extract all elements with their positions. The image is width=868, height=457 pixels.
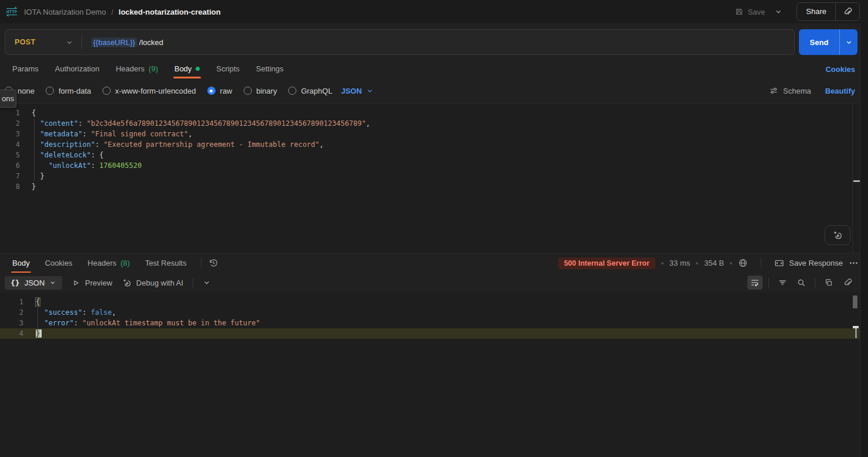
response-header: BodyCookiesHeaders(8)Test Results 500 In… xyxy=(0,253,868,273)
resp-tab-test-results[interactable]: Test Results xyxy=(138,253,194,273)
save-response-button[interactable]: Save Response xyxy=(774,258,843,268)
radio-icon xyxy=(46,87,54,95)
ai-sparkle-icon xyxy=(832,230,843,240)
tab-label: Body xyxy=(12,259,30,267)
save-options-chevron[interactable] xyxy=(771,5,786,18)
chevron-down-icon xyxy=(366,87,374,95)
response-scrollbar-thumb[interactable] xyxy=(853,295,857,308)
play-icon xyxy=(71,279,80,287)
send-button[interactable]: Send xyxy=(799,29,840,55)
resp-tab-headers[interactable]: Headers(8) xyxy=(80,253,138,273)
tab-settings[interactable]: Settings xyxy=(248,59,291,78)
more-actions-icon[interactable] xyxy=(849,258,859,268)
history-icon[interactable] xyxy=(209,258,218,268)
divider xyxy=(201,259,201,268)
code-line[interactable]: 2 "success": false, xyxy=(0,307,860,318)
body-type-raw[interactable]: raw xyxy=(207,87,233,95)
line-number: 4 xyxy=(0,139,20,150)
http-request-icon: HTTP xyxy=(5,6,19,18)
braces-icon: {} xyxy=(11,279,20,287)
sliders-icon xyxy=(769,86,778,95)
postbot-button[interactable] xyxy=(825,225,850,245)
visualize-options-chevron[interactable] xyxy=(203,279,211,287)
divider xyxy=(761,259,761,268)
response-meta: 500 Internal Server Error 33 ms 354 B Sa… xyxy=(558,257,868,269)
url-input[interactable]: {{baseURL}} /locked xyxy=(82,37,794,47)
code-line[interactable]: 3 "error": "unlockAt timestamp must be i… xyxy=(0,318,860,328)
debug-with-ai-button[interactable]: Debug with AI xyxy=(122,278,183,288)
tab-authorization[interactable]: Authorization xyxy=(47,59,107,78)
body-type-binary[interactable]: binary xyxy=(244,87,277,95)
tab-label: Cookies xyxy=(45,259,73,267)
code-line[interactable]: 6 "unlockAt": 1760405520 xyxy=(0,160,868,171)
resp-tab-body[interactable]: Body xyxy=(5,253,37,273)
body-type-x-www-form-urlencoded[interactable]: x-www-form-urlencoded xyxy=(102,87,196,95)
network-info-icon[interactable] xyxy=(738,258,748,268)
resp-tab-cookies[interactable]: Cookies xyxy=(37,253,80,273)
line-number: 3 xyxy=(0,318,23,328)
response-body-editor[interactable]: 1{2 "success": false,3 "error": "unlockA… xyxy=(0,293,860,457)
response-time[interactable]: 33 ms xyxy=(669,259,690,267)
code-line[interactable]: 2 "content": "b2c3d4e5f6a789012345678901… xyxy=(0,118,868,129)
tab-body[interactable]: Body xyxy=(167,59,208,78)
cookies-link[interactable]: Cookies xyxy=(825,65,855,74)
top-bar: HTTP IOTA Notarization Demo / locked-not… xyxy=(0,0,868,23)
tab-scripts[interactable]: Scripts xyxy=(209,59,247,78)
code-line[interactable]: 8} xyxy=(0,181,868,192)
request-body-editor[interactable]: 1{2 "content": "b2c3d4e5f6a7890123456789… xyxy=(0,103,868,253)
tab-count: (9) xyxy=(149,64,158,73)
code-line[interactable]: 5 "deleteLock": { xyxy=(0,150,868,160)
radio-label: form-data xyxy=(59,87,91,95)
status-badge[interactable]: 500 Internal Server Error xyxy=(558,257,655,269)
chevron-down-icon xyxy=(66,39,73,46)
tab-label: Headers xyxy=(116,64,145,73)
window-scrollbar-gutter[interactable] xyxy=(860,23,868,457)
radio-icon xyxy=(102,87,111,95)
line-number: 4 xyxy=(0,328,23,339)
copy-link-button[interactable] xyxy=(836,3,859,20)
schema-button[interactable]: Schema xyxy=(769,86,811,95)
line-number: 5 xyxy=(0,150,20,160)
body-row-actions: Schema Beautify xyxy=(769,86,863,95)
code-line[interactable]: 1{ xyxy=(0,297,860,307)
code-line[interactable]: 4 "description": "Executed partnership a… xyxy=(0,139,868,150)
tab-params[interactable]: Params xyxy=(5,59,46,78)
breadcrumb-request-name[interactable]: locked-notarization-creation xyxy=(119,8,221,16)
body-type-graphql[interactable]: GraphQL xyxy=(288,87,332,95)
save-button[interactable]: Save xyxy=(731,5,769,19)
body-language-selector[interactable]: JSON xyxy=(341,87,373,95)
filter-button[interactable] xyxy=(775,276,790,290)
url-variable-chip[interactable]: {{baseURL}} xyxy=(91,37,137,47)
radio-label: raw xyxy=(220,87,233,95)
radio-label: none xyxy=(18,87,35,95)
tab-headers[interactable]: Headers(9) xyxy=(108,59,166,78)
preview-button[interactable]: Preview xyxy=(71,279,112,287)
response-link-button[interactable] xyxy=(840,276,855,290)
share-button[interactable]: Share xyxy=(797,4,835,20)
method-selector[interactable]: POST xyxy=(5,38,81,46)
chevron-down-icon xyxy=(49,279,56,286)
url-path: /locked xyxy=(139,38,163,47)
body-type-form-data[interactable]: form-data xyxy=(46,87,91,95)
radio-icon xyxy=(288,87,296,95)
code-line[interactable]: 4} xyxy=(0,328,860,339)
code-line[interactable]: 3 "metadata": "Final signed contract", xyxy=(0,129,868,139)
response-format-dropdown[interactable]: {} JSON xyxy=(5,276,62,290)
breadcrumb-collection[interactable]: IOTA Notarization Demo xyxy=(24,8,106,16)
code-line[interactable]: 1{ xyxy=(0,108,868,118)
code-line[interactable]: 7 } xyxy=(0,171,868,181)
code-text: "unlockAt": 1760405520 xyxy=(32,160,142,171)
app-window: HTTP IOTA Notarization Demo / locked-not… xyxy=(0,0,868,457)
tab-label: Authorization xyxy=(55,64,100,73)
beautify-button[interactable]: Beautify xyxy=(825,87,855,95)
method-label: POST xyxy=(15,38,36,46)
code-text: "success": false, xyxy=(36,307,116,318)
copy-button[interactable] xyxy=(821,276,836,290)
code-text: "deleteLock": { xyxy=(32,150,104,160)
response-size[interactable]: 354 B xyxy=(704,259,724,267)
line-number: 1 xyxy=(0,108,20,118)
search-button[interactable] xyxy=(794,276,809,290)
wrap-text-button[interactable] xyxy=(747,276,763,290)
send-options-chevron[interactable] xyxy=(840,29,857,55)
save-response-label: Save Response xyxy=(789,259,843,267)
